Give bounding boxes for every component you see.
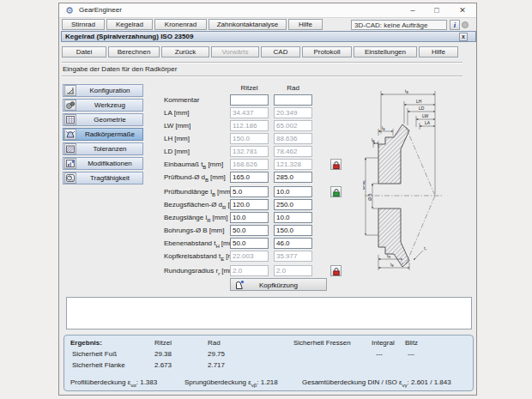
kommentar-ritzel-input[interactable] bbox=[230, 94, 269, 106]
lh-rad-input bbox=[274, 133, 312, 144]
results-title: Ergebnis: bbox=[70, 339, 102, 347]
bezugsflaechen-d-ritzel-input[interactable] bbox=[230, 199, 269, 210]
tab-kronenrad[interactable]: Kronenrad bbox=[154, 19, 207, 30]
rundungsradius-rad-input bbox=[274, 265, 312, 276]
diagram-label-lB1: lB bbox=[382, 125, 385, 131]
tab-zahnkontaktanalyse[interactable]: Zahnkontaktanalyse bbox=[209, 19, 287, 30]
hilfe-button[interactable]: Hilfe bbox=[419, 46, 458, 57]
app-gear-icon: ⚙ bbox=[65, 4, 74, 17]
datei-button[interactable]: Datei bbox=[62, 46, 106, 57]
results-panel: Ergebnis: Ritzel Rad Sicherheit Fressen … bbox=[63, 335, 474, 391]
menu-bar: Stirnrad Kegelrad Kronenrad Zahnkontakta… bbox=[62, 19, 323, 30]
column-header-ritzel: Ritzel bbox=[230, 84, 269, 92]
berechnen-button[interactable]: Berechnen bbox=[108, 46, 160, 57]
diagram-label-LA: LA bbox=[425, 120, 431, 125]
protokoll-button[interactable]: Protokoll bbox=[302, 46, 352, 57]
sprungueberdeckung: Sprungüberdeckung εvβ: 1.218 bbox=[184, 378, 278, 388]
diagram-label-LD: LD bbox=[419, 106, 425, 111]
info-button[interactable]: i bbox=[450, 20, 460, 30]
diagram-label-tB: tB bbox=[405, 88, 408, 94]
pruefbundlaenge-rad-input[interactable] bbox=[274, 186, 312, 197]
results-col-rad: Rad bbox=[208, 339, 221, 347]
results-col-ritzel: Ritzel bbox=[154, 339, 172, 347]
kopfkuerzung-tooth-icon bbox=[234, 280, 245, 293]
diagram-label-LW: LW bbox=[422, 113, 428, 118]
bezugsflaechen-d-rad-input[interactable] bbox=[274, 199, 312, 210]
ebenenabstand-rad-input[interactable] bbox=[274, 238, 312, 249]
diagram-label-LH: LH bbox=[416, 99, 422, 104]
pruefbund-d-ritzel-input[interactable] bbox=[230, 172, 269, 183]
toolbar: Datei Berechnen Zurück Vorwärts CAD Prot… bbox=[62, 46, 458, 57]
column-header-rad: Rad bbox=[274, 84, 312, 92]
lw-ritzel-input bbox=[230, 120, 269, 131]
rundungsradius-ritzel-input bbox=[230, 265, 269, 276]
subwindow-title: Kegelrad (Spiralverzahnung) ISO 23509 bbox=[65, 33, 193, 40]
result-fuss-rad: 29.75 bbox=[208, 350, 225, 358]
minimize-button[interactable]: – bbox=[406, 4, 420, 16]
einstellungen-button[interactable]: Einstellungen bbox=[354, 46, 417, 57]
tab-stirnrad[interactable]: Stirnrad bbox=[62, 19, 105, 30]
pruefbund-d-rad-input[interactable] bbox=[274, 172, 312, 183]
tab-kegelrad[interactable]: Kegelrad bbox=[106, 19, 153, 30]
result-fuss-blitz: --- bbox=[408, 350, 414, 358]
result-fuss-ritzel: 29.38 bbox=[154, 350, 172, 358]
lw-rad-input bbox=[274, 120, 312, 131]
divider bbox=[62, 76, 462, 77]
einbaumass-ritzel-input bbox=[230, 159, 269, 170]
bohrungs-d-ritzel-input[interactable] bbox=[230, 225, 269, 236]
ld-ritzel-input bbox=[230, 146, 269, 157]
kopfkreisabstand-ritzel-input bbox=[230, 251, 269, 262]
results-col-fressen: Sicherheit Fressen bbox=[293, 339, 351, 347]
tab-hilfe[interactable]: Hilfe bbox=[288, 19, 323, 30]
cad-status-field: 3D-CAD: keine Aufträge bbox=[351, 20, 447, 30]
app-window: ⚙ GearEngineer – □ ✕ Stirnrad Kegelrad K… bbox=[58, 3, 477, 396]
divider bbox=[62, 62, 462, 63]
einbaumass-rad-input bbox=[274, 159, 312, 170]
ebenenabstand-ritzel-input[interactable] bbox=[230, 238, 269, 249]
result-flanke-ritzel: 2.673 bbox=[154, 361, 172, 369]
close-button[interactable]: ✕ bbox=[456, 4, 469, 16]
la-rad-input bbox=[274, 107, 312, 118]
subwindow-close-button[interactable]: x bbox=[459, 33, 468, 41]
section-title: Eingabe der Daten für den Radkörper bbox=[63, 65, 177, 73]
result-label-flanke: Sicherheit Flanke bbox=[72, 361, 125, 369]
results-col-integral: Integral bbox=[372, 339, 395, 347]
kopfkuerzung-button[interactable]: Kopfkürzung bbox=[230, 278, 327, 291]
message-area[interactable] bbox=[66, 297, 472, 329]
ld-rad-input bbox=[274, 146, 312, 157]
diagram-label-dR: Ø dR bbox=[363, 180, 366, 190]
result-fuss-integral: --- bbox=[376, 350, 383, 358]
kommentar-rad-input[interactable] bbox=[274, 94, 312, 106]
bohrungs-d-rad-input[interactable] bbox=[274, 225, 312, 236]
lh-ritzel-input bbox=[230, 133, 269, 144]
pruefbundlaenge-ritzel-input[interactable] bbox=[230, 186, 269, 197]
bezugslaenge-rad-input[interactable] bbox=[274, 212, 312, 223]
cad-button[interactable]: CAD bbox=[261, 46, 300, 57]
pruefbundlaenge-lock-icon[interactable] bbox=[330, 186, 342, 197]
la-ritzel-input bbox=[230, 107, 269, 118]
diagram-label-B: Ø B bbox=[367, 193, 372, 201]
diagram-label-tE: tE bbox=[390, 262, 394, 268]
maximize-button[interactable]: □ bbox=[430, 4, 444, 16]
result-flanke-rad: 2.717 bbox=[208, 361, 225, 369]
title-bar: ⚙ GearEngineer – □ ✕ bbox=[59, 3, 476, 18]
diagram-label-rr: rr bbox=[424, 245, 427, 251]
rundungsradius-lock-icon[interactable] bbox=[330, 265, 342, 276]
app-title: GearEngineer bbox=[79, 6, 122, 14]
profilueberdeckung: Profilüberdeckung εvα: 1.383 bbox=[70, 378, 157, 388]
kopfkreisabstand-rad-input bbox=[274, 251, 312, 262]
diagram-label-lB2: lB bbox=[372, 137, 375, 143]
zurueck-button[interactable]: Zurück bbox=[161, 46, 209, 57]
einbaumass-lock-icon[interactable] bbox=[330, 159, 342, 170]
gesamtueberdeckung: Gesamtüberdeckung DIN / ISO εvγ: 2.601 /… bbox=[302, 378, 451, 388]
bevel-gear-diagram: tB LH LD LW LA lB lB Ø dR Ø B tH tE rr bbox=[363, 82, 475, 292]
subwindow-titlebar: Kegelrad (Spiralverzahnung) ISO 23509 x bbox=[61, 31, 476, 42]
results-col-blitz: Blitz bbox=[405, 339, 418, 347]
result-label-fuss: Sicherheit Fuß bbox=[72, 350, 117, 358]
status-indicator-dot bbox=[462, 21, 469, 28]
vorwaerts-button: Vorwärts bbox=[211, 46, 259, 57]
bezugslaenge-ritzel-input[interactable] bbox=[230, 212, 269, 223]
